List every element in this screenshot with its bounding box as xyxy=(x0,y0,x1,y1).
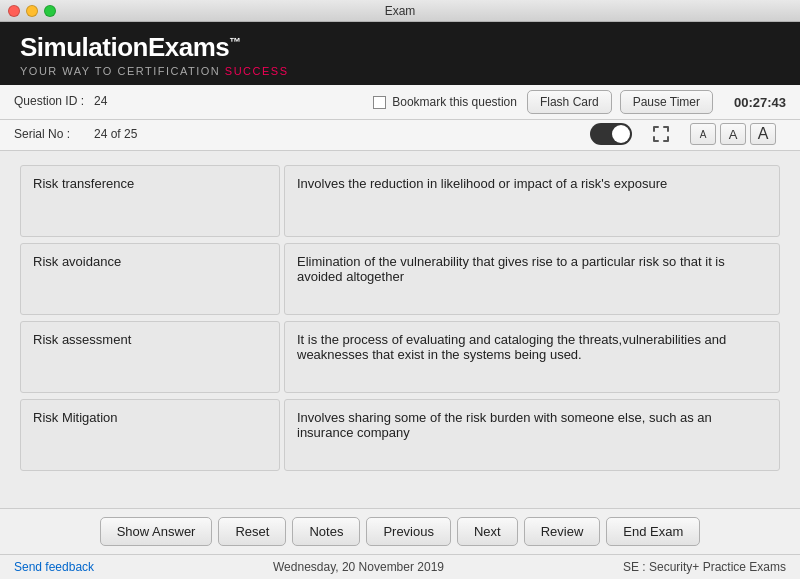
bookmark-checkbox[interactable] xyxy=(373,96,386,109)
window-title: Exam xyxy=(385,4,416,18)
toolbar-buttons[interactable]: Flash Card Pause Timer 00:27:43 xyxy=(527,90,786,114)
toggle-switch[interactable] xyxy=(590,123,632,145)
brand-bar: SimulationExams™ YOUR WAY TO CERTIFICATI… xyxy=(0,22,800,85)
brand-name: SimulationExams™ xyxy=(20,32,780,63)
serial-no-value: 24 of 25 xyxy=(94,127,137,141)
flashcard-definition: It is the process of evaluating and cata… xyxy=(284,321,780,393)
next-button[interactable]: Next xyxy=(457,517,518,546)
flashcard-term: Risk transference xyxy=(20,165,280,237)
titlebar: Exam xyxy=(0,0,800,22)
footer: Send feedback Wednesday, 20 November 201… xyxy=(0,554,800,579)
view-controls[interactable]: A A A xyxy=(590,123,776,145)
info-bar: Question ID : 24 Bookmark this question … xyxy=(0,85,800,120)
close-button[interactable] xyxy=(8,5,20,17)
flashcard-term: Risk assessment xyxy=(20,321,280,393)
question-id-label: Question ID : xyxy=(14,94,94,108)
question-info: Question ID : 24 xyxy=(14,94,373,110)
font-medium-button[interactable]: A xyxy=(720,123,746,145)
question-id-row: Question ID : 24 xyxy=(14,94,373,108)
font-size-buttons[interactable]: A A A xyxy=(690,123,776,145)
pause-timer-button[interactable]: Pause Timer xyxy=(620,90,713,114)
flash-card-button[interactable]: Flash Card xyxy=(527,90,612,114)
flashcard-row: Risk transferenceInvolves the reduction … xyxy=(20,165,780,237)
show-answer-button[interactable]: Show Answer xyxy=(100,517,213,546)
previous-button[interactable]: Previous xyxy=(366,517,451,546)
reset-button[interactable]: Reset xyxy=(218,517,286,546)
flashcard-row: Risk MitigationInvolves sharing some of … xyxy=(20,399,780,471)
notes-button[interactable]: Notes xyxy=(292,517,360,546)
end-exam-button[interactable]: End Exam xyxy=(606,517,700,546)
expand-icon[interactable] xyxy=(650,123,672,145)
toggle-knob xyxy=(612,125,630,143)
font-large-button[interactable]: A xyxy=(750,123,776,145)
window-controls[interactable] xyxy=(8,5,56,17)
info-bar2: Serial No : 24 of 25 A A A xyxy=(0,120,800,151)
bookmark-label: Bookmark this question xyxy=(392,95,517,109)
review-button[interactable]: Review xyxy=(524,517,601,546)
footer-course: SE : Security+ Practice Exams xyxy=(623,560,786,574)
bookmark-area[interactable]: Bookmark this question xyxy=(373,95,517,109)
flashcard-definition: Involves sharing some of the risk burden… xyxy=(284,399,780,471)
flashcard-definition: Elimination of the vulnerability that gi… xyxy=(284,243,780,315)
flashcard-definition: Involves the reduction in likelihood or … xyxy=(284,165,780,237)
maximize-button[interactable] xyxy=(44,5,56,17)
timer-display: 00:27:43 xyxy=(721,95,786,110)
action-bar: Show Answer Reset Notes Previous Next Re… xyxy=(0,508,800,554)
minimize-button[interactable] xyxy=(26,5,38,17)
font-small-button[interactable]: A xyxy=(690,123,716,145)
serial-no-area: Serial No : 24 of 25 xyxy=(14,127,590,141)
flashcard-row: Risk assessmentIt is the process of eval… xyxy=(20,321,780,393)
footer-date: Wednesday, 20 November 2019 xyxy=(273,560,444,574)
feedback-link[interactable]: Send feedback xyxy=(14,560,94,574)
serial-no-label: Serial No : xyxy=(14,127,94,141)
question-id-value: 24 xyxy=(94,94,107,108)
main-content: Risk transferenceInvolves the reduction … xyxy=(0,151,800,508)
brand-tagline: YOUR WAY TO CERTIFICATION SUCCESS xyxy=(20,65,780,77)
flashcard-row: Risk avoidanceElimination of the vulnera… xyxy=(20,243,780,315)
flashcard-term: Risk Mitigation xyxy=(20,399,280,471)
flashcard-term: Risk avoidance xyxy=(20,243,280,315)
